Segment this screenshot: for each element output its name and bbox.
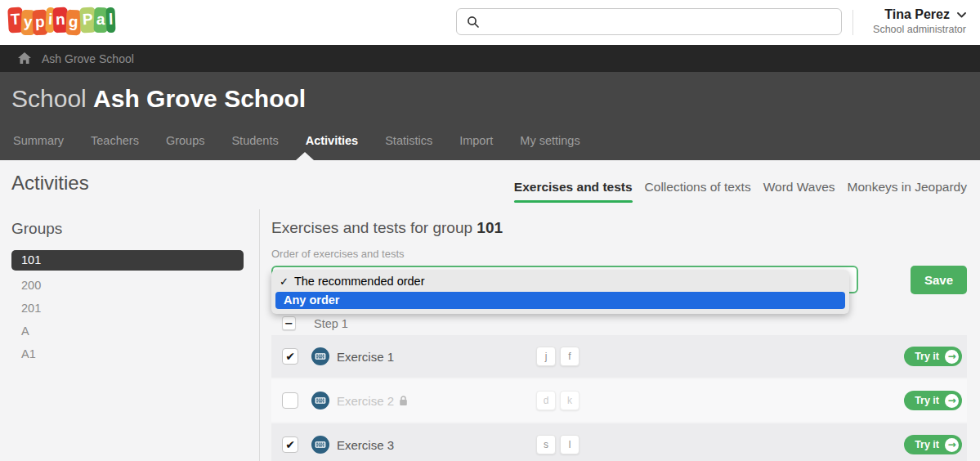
exercises-heading-group: 101 [477,219,503,236]
dropdown-option-label: The recommended order [294,275,425,288]
nav-teachers[interactable]: Teachers [91,134,139,147]
keyboard-exercise-icon [311,392,329,410]
try-it-label: Try it [915,439,939,450]
nav-statistics[interactable]: Statistics [385,134,432,147]
groups-title: Groups [11,220,62,238]
nav-import[interactable]: Import [459,134,493,147]
logo-letter: l [105,7,115,33]
arrow-right-icon: → [945,350,959,364]
key-badge: l [560,435,579,454]
exercise-row: Exercise 2 d k Try it → [271,379,967,422]
page-title-school: School Ash Grove School [11,85,306,113]
dropdown-option-label: Any order [284,293,340,307]
exercises-heading: Exercises and tests for group 101 [271,219,503,237]
collapse-step-button[interactable]: − [282,316,296,330]
exercise-name[interactable]: Exercise 2 [337,394,394,408]
typing-pal-app: TypingPal Tina Perez School administrato… [0,0,980,461]
user-name: Tina Perez [884,7,950,22]
topbar-divider [852,10,853,35]
search-input[interactable] [487,16,841,29]
key-badge: d [536,391,556,410]
breadcrumb-school[interactable]: Ash Grove School [42,52,134,65]
try-it-label: Try it [915,395,939,406]
breadcrumb: Ash Grove School [0,45,980,72]
group-item-a1[interactable]: A1 [0,342,259,365]
group-item-a[interactable]: A [0,320,259,342]
groups-sidebar: Groups 101 200 201 A A1 [0,209,260,461]
arrow-right-icon: → [945,394,959,408]
key-badge: j [536,347,556,366]
tab-monkeys-in-jeopardy[interactable]: Monkeys in Jeopardy [848,180,967,203]
title-prefix: School [11,85,87,112]
exercise-row: ✔ Exercise 1 j f Try it [271,335,967,378]
nav-students[interactable]: Students [231,134,278,147]
exercise-checkbox-unchecked[interactable] [282,392,298,409]
nav-summary[interactable]: Summary [13,134,64,147]
school-header: School Ash Grove School Summary Teachers… [0,72,980,160]
exercise-name[interactable]: Exercise 3 [337,438,394,452]
order-label: Order of exercises and tests [271,248,405,260]
logo-letter: g [65,10,81,36]
activities-heading: Activities [11,172,89,195]
tab-exercises-and-tests[interactable]: Exercises and tests [514,180,633,203]
nav-activities[interactable]: Activities [306,134,358,147]
user-menu[interactable]: Tina Perez School administrator [873,7,966,35]
typing-pal-logo[interactable]: TypingPal [8,7,114,33]
activity-tabs: Exercises and tests Collections of texts… [514,180,967,203]
exercise-keys: d k [536,391,579,410]
keyboard-exercise-icon [311,436,329,454]
search-icon [467,16,480,29]
step-label: Step 1 [314,317,348,330]
try-it-button[interactable]: Try it → [904,347,962,366]
exercise-checkbox-checked[interactable]: ✔ [282,436,298,453]
topbar: TypingPal Tina Perez School administrato… [0,0,980,45]
dropdown-option-recommended[interactable]: ✓ The recommended order [271,274,849,292]
exercises-heading-prefix: Exercises and tests for group [271,219,472,236]
save-button[interactable]: Save [911,266,967,294]
group-item-101[interactable]: 101 [11,250,244,271]
key-badge: k [560,391,579,410]
tab-word-waves[interactable]: Word Waves [763,180,835,203]
group-item-200[interactable]: 200 [0,274,259,297]
arrow-right-icon: → [945,438,959,452]
exercises-panel: Exercises and tests for group 101 Order … [271,209,967,461]
nav-groups[interactable]: Groups [166,134,205,147]
keyboard-exercise-icon [311,347,329,365]
school-name: Ash Grove School [93,85,306,112]
group-item-201[interactable]: 201 [0,297,259,320]
content: Activities Exercises and tests Collectio… [0,160,980,461]
check-icon: ✓ [280,275,289,288]
try-it-button[interactable]: Try it → [904,391,962,410]
exercise-keys: s l [536,435,579,454]
step-row: − Step 1 [282,316,348,330]
search-box[interactable] [456,8,842,35]
exercise-keys: j f [536,347,579,366]
key-badge: s [536,435,556,454]
active-nav-notch [296,152,314,160]
exercise-checkbox-checked[interactable]: ✔ [282,348,298,365]
order-dropdown-menu: ✓ The recommended order Any order [271,270,849,314]
exercise-name[interactable]: Exercise 1 [337,350,394,364]
try-it-label: Try it [915,351,939,362]
lock-icon [399,396,408,406]
school-nav: Summary Teachers Groups Students Activit… [13,134,580,147]
group-list: 101 200 201 A A1 [0,250,259,365]
chevron-down-icon [957,12,966,18]
key-badge: f [560,347,579,366]
try-it-button[interactable]: Try it → [904,435,962,454]
home-icon[interactable] [18,52,31,65]
tab-collections-of-texts[interactable]: Collections of texts [645,180,751,203]
exercise-row: ✔ Exercise 3 s l Try it [271,423,967,461]
dropdown-option-any-order[interactable]: Any order [275,292,845,309]
nav-my-settings[interactable]: My settings [520,134,579,147]
user-role: School administrator [873,24,966,35]
